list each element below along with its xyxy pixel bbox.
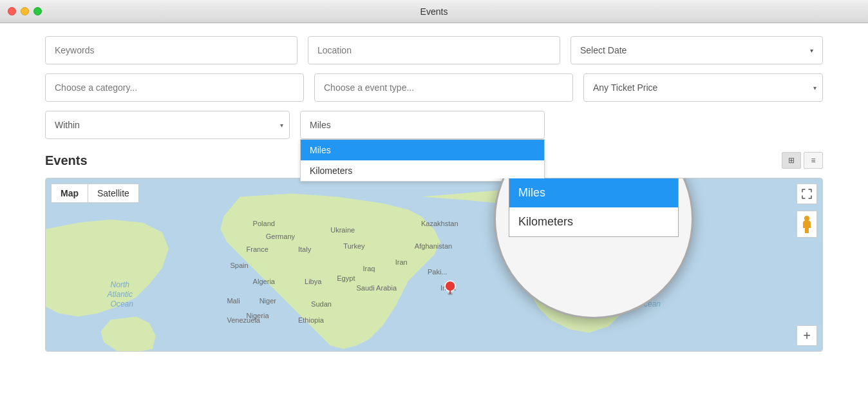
map-zoom-plus-button[interactable]: + bbox=[797, 325, 817, 346]
svg-text:France: France bbox=[247, 245, 269, 253]
svg-text:Sudan: Sudan bbox=[311, 300, 332, 308]
view-toggles: ⊞ ≡ bbox=[782, 152, 823, 169]
grid-view-button[interactable]: ⊞ bbox=[782, 152, 801, 169]
events-section-title: Events bbox=[45, 153, 88, 168]
list-view-button[interactable]: ≡ bbox=[804, 152, 823, 169]
grid-view-icon: ⊞ bbox=[788, 156, 795, 165]
svg-text:Afghanistan: Afghanistan bbox=[415, 242, 452, 250]
maximize-button[interactable] bbox=[33, 7, 42, 15]
zoom-options-list: Miles Kilometers bbox=[509, 178, 679, 237]
select-date-dropdown[interactable]: Select Date ▾ bbox=[571, 36, 823, 64]
minimize-button[interactable] bbox=[21, 7, 29, 15]
svg-text:Iran: Iran bbox=[395, 258, 408, 266]
miles-trigger[interactable]: Miles bbox=[300, 111, 545, 139]
main-content: Select Date ▾ Any Ticket Price Free Paid… bbox=[0, 23, 868, 409]
keywords-input[interactable] bbox=[45, 36, 297, 64]
title-bar: Events bbox=[0, 0, 868, 23]
within-select[interactable]: Within 5 miles 10 miles 25 miles 50 mile… bbox=[45, 111, 290, 139]
svg-text:Turkey: Turkey bbox=[343, 242, 365, 250]
svg-text:Kazakhstan: Kazakhstan bbox=[421, 220, 458, 227]
svg-text:Saudi Arabia: Saudi Arabia bbox=[356, 284, 397, 292]
svg-text:Italy: Italy bbox=[298, 245, 312, 253]
satellite-tab-button[interactable]: Satellite bbox=[88, 184, 138, 202]
window-title: Events bbox=[420, 6, 448, 17]
svg-text:Ukraine: Ukraine bbox=[330, 226, 355, 234]
location-input[interactable] bbox=[308, 36, 560, 64]
svg-point-31 bbox=[448, 292, 453, 295]
miles-current-value: Miles bbox=[310, 120, 331, 130]
zoom-option-kilometers[interactable]: Kilometers bbox=[509, 207, 678, 236]
svg-text:Spain: Spain bbox=[230, 262, 248, 269]
svg-text:Mali: Mali bbox=[227, 297, 240, 305]
svg-point-32 bbox=[804, 216, 809, 221]
traffic-lights bbox=[8, 7, 42, 15]
svg-text:Germany: Germany bbox=[266, 233, 296, 240]
map-container: Map Satellite Poland Germany Ukraine Kaz… bbox=[45, 178, 823, 352]
within-wrapper: Within 5 miles 10 miles 25 miles 50 mile… bbox=[45, 111, 290, 139]
svg-text:Nigeria: Nigeria bbox=[247, 312, 270, 319]
map-controls: Map Satellite bbox=[51, 184, 139, 203]
filter-row-3: Within 5 miles 10 miles 25 miles 50 mile… bbox=[45, 111, 823, 139]
map-tab-button[interactable]: Map bbox=[52, 184, 88, 202]
zoom-plus-icon: + bbox=[803, 328, 811, 343]
event-type-input[interactable] bbox=[314, 73, 573, 102]
category-input[interactable] bbox=[45, 73, 304, 102]
filter-row-2: Any Ticket Price Free Paid ▾ bbox=[45, 73, 823, 102]
svg-text:Niger: Niger bbox=[259, 297, 277, 305]
select-date-arrow-icon: ▾ bbox=[810, 47, 813, 54]
miles-dropdown-wrapper: Miles Miles Kilometers bbox=[300, 111, 545, 139]
svg-text:Ethiopia: Ethiopia bbox=[298, 316, 325, 324]
svg-text:Ocean: Ocean bbox=[111, 300, 134, 309]
map-person-button[interactable] bbox=[797, 211, 817, 238]
svg-text:Atlantic: Atlantic bbox=[106, 290, 133, 299]
filter-row-1: Select Date ▾ bbox=[45, 36, 823, 64]
fullscreen-icon bbox=[802, 189, 812, 199]
svg-text:Paki...: Paki... bbox=[428, 268, 448, 276]
person-icon bbox=[801, 215, 813, 233]
miles-option-miles[interactable]: Miles bbox=[301, 140, 544, 160]
svg-text:Poland: Poland bbox=[253, 220, 275, 227]
miles-dropdown-list: Miles Kilometers bbox=[300, 139, 545, 182]
close-button[interactable] bbox=[8, 7, 16, 15]
ticket-price-wrapper: Any Ticket Price Free Paid ▾ bbox=[583, 73, 823, 102]
ticket-price-select[interactable]: Any Ticket Price Free Paid bbox=[583, 73, 823, 102]
svg-text:Egypt: Egypt bbox=[337, 274, 355, 282]
svg-text:Algeria: Algeria bbox=[253, 278, 276, 285]
svg-text:Iraq: Iraq bbox=[363, 265, 375, 272]
list-view-icon: ≡ bbox=[811, 156, 815, 165]
select-date-label: Select Date bbox=[580, 45, 627, 55]
map-background: Poland Germany Ukraine Kazakhstan France… bbox=[46, 178, 822, 351]
zoom-option-miles[interactable]: Miles bbox=[509, 178, 678, 207]
map-fullscreen-button[interactable] bbox=[797, 184, 817, 204]
svg-text:Libya: Libya bbox=[305, 278, 322, 285]
svg-text:North: North bbox=[111, 280, 130, 289]
